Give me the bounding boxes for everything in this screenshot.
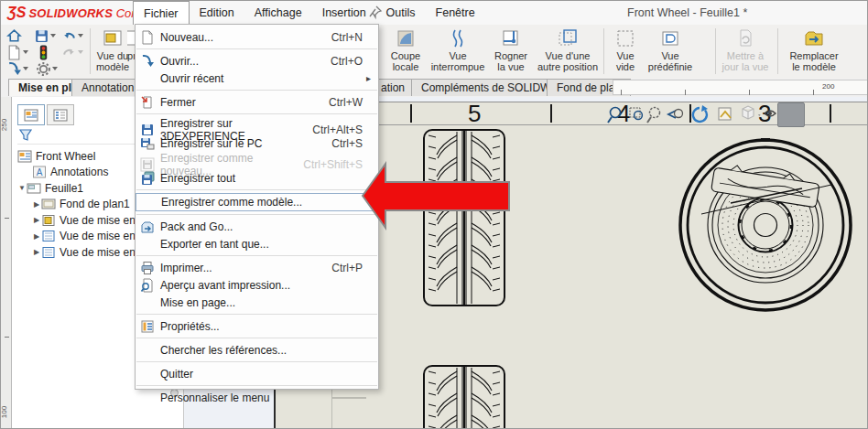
wheel-front-view[interactable] [674, 134, 857, 316]
menu-item-personnaliser[interactable]: Personnaliser le menu [136, 389, 378, 406]
property-manager-tab[interactable] [47, 104, 74, 125]
open-icon[interactable] [6, 61, 22, 77]
expanded-arrow-icon[interactable]: ▼ [17, 184, 27, 192]
rotate-view-icon[interactable] [693, 105, 708, 122]
tab-annotation[interactable]: Annotation [71, 79, 144, 96]
vue-autre-position-button[interactable]: Vue d'uneautre position [534, 27, 602, 77]
display-style-cube-icon[interactable] [743, 106, 761, 119]
ribbon-group-update: Mettre àjour la vue [719, 27, 772, 77]
toolbar-separator [715, 28, 716, 74]
quick-access-toolbar [5, 27, 89, 76]
previous-view-icon[interactable] [668, 109, 683, 118]
coupe-locale-button[interactable]: Coupelocale [384, 27, 428, 77]
display-style-pressed-button[interactable] [777, 102, 805, 127]
brake-caliper [711, 162, 821, 208]
filter-funnel-icon[interactable] [19, 129, 32, 142]
vue-vide-button[interactable]: Vuevide [606, 27, 645, 77]
menu-item-enregistrer-tout[interactable]: Enregistrer tout [136, 169, 378, 187]
vue-interrompue-icon [448, 28, 468, 48]
menu-affichage[interactable]: Affichage [244, 1, 312, 25]
heads-up-view-toolbar [607, 102, 810, 126]
collapsed-arrow-icon[interactable]: ▶ [32, 248, 41, 256]
red-callout-arrow [359, 157, 513, 234]
rogner-la-vue-button[interactable]: Rognerla vue [488, 27, 534, 77]
drawing-view-icon [41, 246, 56, 259]
collapsed-arrow-icon[interactable]: ▶ [32, 200, 41, 209]
menu-item-fermer[interactable]: FermerCtrl+W [136, 93, 378, 111]
redo-dropdown-caret[interactable] [78, 50, 83, 54]
remplacer-le-modele-icon [804, 28, 824, 48]
toolbar-separator [777, 28, 778, 74]
zoom-to-fit-icon[interactable] [608, 107, 621, 123]
remplacer-le-modele-button[interactable]: Remplacerle modèle [785, 27, 843, 77]
annotations-icon: A [32, 166, 47, 178]
vue-interrompue-button[interactable]: Vueinterrompue [428, 27, 488, 77]
sheet-format-icon [41, 198, 56, 210]
printer-icon [140, 261, 155, 275]
document-title: Front Wheel - Feuille1 * [627, 6, 747, 19]
menu-item-ouvrir[interactable]: Ouvrir...Ctrl+O [136, 52, 378, 70]
close-document-icon [140, 95, 155, 110]
vue-predefinie-icon [660, 28, 680, 48]
collapsed-arrow-icon[interactable]: ▶ [32, 232, 41, 241]
traffic-light-icon[interactable] [36, 45, 51, 60]
open-dropdown-caret[interactable] [23, 67, 28, 70]
solidworks-window: ƷSSOLIDWORKS Connected Fichier Edition A… [0, 0, 868, 429]
menu-item-enregistrer-pc[interactable]: Enregistrer sur le PCCtrl+S [136, 134, 378, 152]
ribbon-toolbar: Vue du modèle pr Coupelocale Vueinterrom… [1, 25, 868, 80]
zoom-in-out-icon[interactable] [647, 107, 660, 123]
menu-item-proprietes[interactable]: Propriétés... [136, 317, 378, 335]
menu-item-apercu-avant-impression[interactable]: Aperçu avant impression... [136, 276, 378, 294]
pin-menu-icon[interactable] [369, 5, 382, 18]
ribbon-group-empty-views: Vuevide Vueprédéfinie [606, 27, 696, 77]
menu-item-pack-and-go[interactable]: Pack and Go... [136, 218, 378, 235]
solidworks-logo-mark: ƷS [7, 5, 26, 20]
vue-predefinie-button[interactable]: Vueprédéfinie [645, 27, 696, 77]
sheet-icon [27, 182, 41, 195]
menu-item-quitter[interactable]: Quitter [136, 365, 378, 382]
home-icon[interactable] [6, 28, 22, 44]
menu-outils[interactable]: Outils [376, 1, 426, 25]
redo-icon[interactable] [61, 45, 77, 60]
save-to-pc-icon [140, 136, 155, 151]
zone-number-5: 5 [468, 100, 481, 128]
apply-scene-icon[interactable] [719, 108, 731, 120]
undo-dropdown-caret[interactable] [78, 34, 83, 38]
mettre-a-jour-la-vue-button[interactable]: Mettre àjour la vue [719, 27, 772, 77]
collapsed-arrow-icon[interactable]: ▶ [32, 216, 41, 224]
new-document-icon[interactable] [6, 45, 22, 60]
menu-item-ouvrir-recent[interactable]: Ouvrir récent▸ [136, 70, 378, 87]
menu-item-nouveau[interactable]: Nouveau...Ctrl+N [136, 28, 378, 46]
new-dropdown-caret[interactable] [23, 50, 28, 54]
property-list-icon [53, 109, 68, 122]
panel-tabs [17, 104, 74, 125]
menu-item-enregistrer-3dexperience[interactable]: Enregistrer sur 3DEXPERIENCECtrl+Alt+S [136, 117, 378, 134]
svg-text:A: A [37, 167, 43, 177]
menu-fenetre[interactable]: Fenêtre [426, 1, 485, 25]
menu-item-enregistrer-comme-modele[interactable]: Enregistrer comme modèle... [136, 193, 378, 211]
gear-dropdown-caret[interactable] [52, 67, 58, 70]
coupe-locale-icon [396, 28, 416, 48]
menu-item-exporter[interactable]: Exporter en tant que... [136, 235, 378, 252]
menu-item-imprimer[interactable]: Imprimer...Ctrl+P [136, 259, 378, 276]
menu-fichier[interactable]: Fichier [133, 1, 190, 25]
open-icon [140, 54, 155, 69]
file-menu-dropdown: Nouveau...Ctrl+N Ouvrir...Ctrl+O Ouvrir … [135, 24, 379, 390]
undo-icon[interactable] [61, 28, 77, 44]
menu-edition[interactable]: Edition [190, 1, 244, 25]
ribbon-group-replace: Remplacerle modèle [785, 27, 843, 77]
menu-item-chercher-references[interactable]: Chercher les références... [136, 341, 378, 359]
save-icon[interactable] [34, 28, 49, 44]
ruler-label-200: 200 [822, 82, 834, 91]
tire-side-view-bottom[interactable] [422, 364, 506, 429]
menu-item-mise-en-page[interactable]: Mise en page... [136, 294, 378, 311]
toolbar-separator [603, 28, 604, 74]
save-dropdown-caret[interactable] [50, 34, 56, 38]
gear-icon[interactable] [36, 61, 51, 77]
zoom-to-area-icon[interactable] [630, 108, 642, 119]
menu-item-enregistrer-comme-nouveau[interactable]: Enregistrer comme nouveau...Ctrl+Shift+S [136, 152, 378, 169]
featuremanager-tree-tab[interactable] [17, 104, 45, 125]
properties-icon [140, 319, 155, 334]
commandmanager-tab-row: Mise en plan Annotation ation Complément… [1, 79, 868, 98]
menu-insertion[interactable]: Insertion [312, 1, 376, 25]
